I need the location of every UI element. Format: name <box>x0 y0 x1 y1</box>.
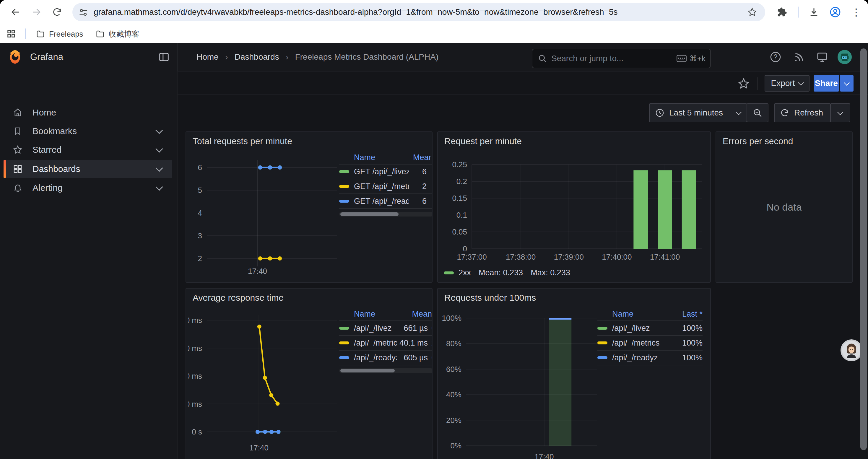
panel-requests-under-100ms[interactable]: Requests under 100ms 100%80%60%40%20%0%1… <box>437 288 711 459</box>
bookmark-folder-blogs[interactable]: 收藏博客 <box>92 28 144 40</box>
legend-scrollbar[interactable] <box>339 212 433 217</box>
average-response-time-chart: 80 ms60 ms40 ms20 ms0 s17:40 <box>188 312 342 459</box>
bookmark-star-icon[interactable] <box>747 7 757 17</box>
news-rss-icon[interactable] <box>792 50 807 64</box>
sidebar-item-label: Starred <box>32 145 157 155</box>
sidebar-item-alerting[interactable]: Alerting <box>4 179 172 197</box>
panel-title[interactable]: Request per minute <box>444 136 522 146</box>
chevron-down-icon[interactable] <box>155 145 163 153</box>
browser-menu-icon[interactable]: ⋮ <box>850 4 863 20</box>
sidebar-item-bookmarks[interactable]: Bookmarks <box>4 122 172 140</box>
browser-window: grafana.mathmast.com/d/deytv4rwavabkb/fr… <box>0 0 868 459</box>
back-icon[interactable] <box>8 4 24 20</box>
legend-row[interactable]: /api/_/livez 661 µs 646 µs <box>339 321 433 336</box>
time-range-picker[interactable]: Last 5 minutes <box>649 103 747 122</box>
search-input[interactable]: Search or jump to... ⌘+k <box>532 49 711 68</box>
sidebar-item-dashboards[interactable]: Dashboards <box>4 160 172 178</box>
bookmarks-divider <box>25 28 26 39</box>
panel-request-per-minute[interactable]: Request per minute 0.250.20.150.10.05017… <box>437 131 711 283</box>
sidebar-item-label: Dashboards <box>32 164 157 174</box>
collapse-sidebar-icon[interactable] <box>158 52 169 63</box>
downloads-icon[interactable] <box>806 4 822 20</box>
panel-average-response-time[interactable]: Average response time 80 ms60 ms40 ms20 … <box>186 288 433 459</box>
panel-title[interactable]: Total requests per minute <box>193 136 292 146</box>
panel-total-requests-per-minute[interactable]: Total requests per minute 6543217:40 Nam… <box>186 131 433 283</box>
monitor-icon[interactable] <box>815 50 830 64</box>
legend-row[interactable]: /api/_/readyz 100% <box>597 351 703 365</box>
legend-scrollbar-thumb[interactable] <box>340 212 399 216</box>
chevron-down-icon[interactable] <box>155 126 163 134</box>
chevron-down-icon[interactable] <box>155 164 163 172</box>
legend-header-mean[interactable]: Mean <box>401 309 432 319</box>
sidebar-item-home[interactable]: Home <box>4 103 172 122</box>
apps-grid-icon[interactable] <box>4 27 18 41</box>
url-bar[interactable]: grafana.mathmast.com/d/deytv4rwavabkb/fr… <box>72 3 765 21</box>
forward-icon[interactable] <box>28 4 44 20</box>
legend-row[interactable]: /api/_/livez 100% <box>597 321 703 336</box>
series-color-pill <box>339 327 349 330</box>
svg-text:20 ms: 20 ms <box>188 400 202 408</box>
legend-scrollbar[interactable] <box>339 368 433 373</box>
request-per-minute-chart: 0.250.20.150.10.05017:37:0017:38:0017:39… <box>440 156 709 274</box>
legend-row[interactable]: /api/_/readyz 605 µs 620 µs <box>339 351 433 365</box>
refresh-button[interactable]: Refresh <box>774 103 831 122</box>
sidebar-item-starred[interactable]: Starred <box>4 140 172 159</box>
svg-text:0%: 0% <box>450 441 462 450</box>
legend-header-name[interactable]: Name <box>354 309 401 319</box>
breadcrumb-separator-icon: › <box>225 52 228 62</box>
breadcrumb-dashboards[interactable]: Dashboards <box>235 52 279 62</box>
legend-header-name[interactable]: Name <box>612 309 673 319</box>
user-avatar[interactable] <box>837 50 852 64</box>
panel-title[interactable]: Requests under 100ms <box>444 293 536 303</box>
chevron-down-icon <box>736 109 742 115</box>
browser-toolbar: grafana.mathmast.com/d/deytv4rwavabkb/fr… <box>0 0 868 24</box>
legend-header-last[interactable]: Last * <box>673 309 703 319</box>
chevron-down-icon[interactable] <box>155 183 163 191</box>
legend-row[interactable]: /api/_/metrics 100% <box>597 336 703 351</box>
legend-header-name[interactable]: Name <box>354 153 413 162</box>
profile-icon[interactable] <box>827 4 843 20</box>
actions-divider <box>757 77 758 90</box>
url-text[interactable]: grafana.mathmast.com/d/deytv4rwavabkb/fr… <box>94 7 617 17</box>
legend-row[interactable]: GET /api/_/metrics 2 <box>339 179 433 194</box>
series-color-pill <box>597 341 608 345</box>
svg-text:17:39:00: 17:39:00 <box>554 253 584 261</box>
legend-row[interactable]: GET /api/_/livez 6 <box>339 165 433 179</box>
legend-row[interactable]: GET /api/_/readyz 6 <box>339 194 433 209</box>
bookmark-folder-freeleaps[interactable]: Freeleaps <box>32 28 88 40</box>
site-settings-icon[interactable] <box>79 8 88 17</box>
legend-header-last[interactable]: Last * <box>432 309 433 319</box>
help-icon[interactable]: ? <box>768 50 783 64</box>
bookmark-label: Freeleaps <box>49 30 83 39</box>
legend-scrollbar-thumb[interactable] <box>340 369 395 372</box>
legend-header-mean[interactable]: Mean <box>413 153 431 162</box>
sidebar-item-label: Bookmarks <box>32 126 157 136</box>
share-dropdown-button[interactable] <box>840 75 854 92</box>
bookmark-label: 收藏博客 <box>109 29 140 39</box>
zoom-out-button[interactable] <box>747 103 769 122</box>
svg-text:80 ms: 80 ms <box>188 316 202 325</box>
legend-row[interactable]: /api/_/metrics 40.1 ms 20.5 ms <box>339 336 433 351</box>
export-button[interactable]: Export <box>765 75 809 92</box>
breadcrumb-home[interactable]: Home <box>196 52 219 62</box>
legend-item-2xx[interactable]: 2xx <box>444 268 471 277</box>
floating-assistant-avatar[interactable] <box>840 339 863 362</box>
page-scrollbar-thumb[interactable] <box>860 48 867 450</box>
panel-title[interactable]: Average response time <box>193 293 284 303</box>
extensions-icon[interactable] <box>774 4 790 20</box>
refresh-interval-dropdown[interactable] <box>830 103 850 122</box>
keyboard-icon <box>677 55 687 62</box>
grafana-logo-icon[interactable] <box>8 50 23 64</box>
svg-text:5: 5 <box>198 186 202 195</box>
svg-text:60 ms: 60 ms <box>188 344 202 353</box>
reload-icon[interactable] <box>49 4 65 20</box>
favorite-star-icon[interactable] <box>736 76 751 91</box>
svg-text:0.05: 0.05 <box>452 227 467 236</box>
folder-icon <box>36 30 45 38</box>
search-shortcut: ⌘+k <box>677 54 706 63</box>
share-button[interactable]: Share <box>814 75 839 92</box>
legend-header-row: Name Mean Last * <box>339 307 433 321</box>
panel-errors-per-second[interactable]: Errors per second No data <box>716 131 852 283</box>
chevron-down-icon <box>837 109 843 115</box>
page-scrollbar[interactable] <box>860 46 867 457</box>
